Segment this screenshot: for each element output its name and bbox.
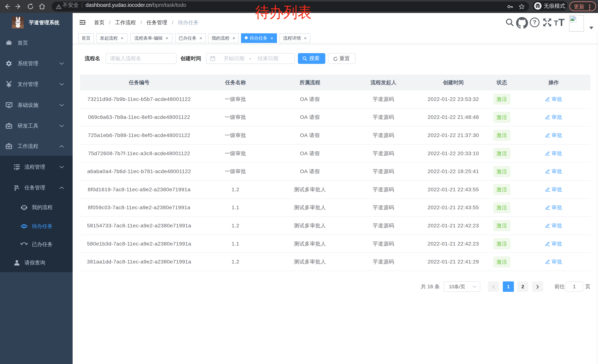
svg-text:?: ? (533, 19, 537, 25)
svg-text:T: T (554, 19, 558, 27)
svg-text:T: T (558, 17, 565, 28)
